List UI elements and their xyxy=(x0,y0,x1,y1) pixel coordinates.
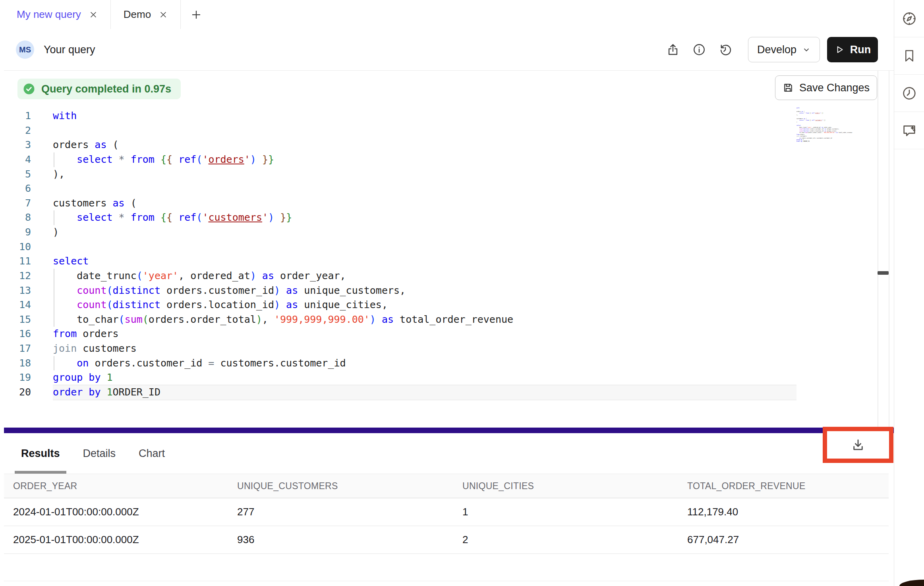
line-number: 19 xyxy=(4,370,31,385)
line-number: 8 xyxy=(4,210,31,225)
minimap[interactable]: withorders as ( select * from {{ ref('or… xyxy=(796,107,853,146)
develop-dropdown[interactable]: Develop xyxy=(748,37,820,62)
share-icon[interactable] xyxy=(666,42,680,57)
code-line[interactable]: 13 count(distinct orders.customer_id) as… xyxy=(4,283,894,298)
tab-my-new-query[interactable]: My new query xyxy=(4,0,111,29)
close-icon[interactable] xyxy=(159,10,168,19)
code-line[interactable]: 17join customers xyxy=(4,341,894,356)
results-panel: Results Details Chart ORDER_YEAR UNIQUE_… xyxy=(4,433,894,586)
play-icon xyxy=(834,44,845,55)
table-row: 2024-01-01T00:00:00.000Z 277 1 112,179.4… xyxy=(4,498,889,526)
code-line[interactable]: 15 to_char(sum(orders.order_total), '999… xyxy=(4,312,894,327)
cell-unique-customers: 277 xyxy=(237,506,462,518)
tab-chart[interactable]: Chart xyxy=(132,433,171,474)
tab-label: Details xyxy=(83,447,116,460)
cell-unique-customers: 936 xyxy=(237,534,462,546)
line-number: 12 xyxy=(4,269,31,283)
code-line[interactable]: 18 on orders.customer_id = customers.cus… xyxy=(4,356,894,371)
code-line[interactable]: 16from orders xyxy=(4,327,894,341)
cell-total-order-revenue: 112,179.40 xyxy=(687,506,889,518)
panel-resize-handle[interactable] xyxy=(4,428,894,433)
bookmark-icon[interactable] xyxy=(894,37,924,75)
line-number: 1 xyxy=(4,109,31,123)
code-text: to_char(sum(orders.order_total), '999,99… xyxy=(53,312,513,327)
code-text: order by 1ORDER_ID xyxy=(53,385,160,400)
new-tab-button[interactable] xyxy=(181,0,212,29)
code-line[interactable]: 9) xyxy=(4,225,894,240)
info-icon[interactable] xyxy=(692,42,706,57)
code-line[interactable]: 20order by 1ORDER_ID xyxy=(4,385,894,400)
ai-chat-icon[interactable] xyxy=(894,112,924,149)
code-text: on orders.customer_id = customers.custom… xyxy=(53,356,346,371)
close-icon[interactable] xyxy=(89,10,98,19)
run-button[interactable]: Run xyxy=(827,37,878,62)
tab-label: Demo xyxy=(124,8,151,21)
line-number: 17 xyxy=(4,341,31,356)
save-icon xyxy=(783,82,794,93)
code-line[interactable]: 19group by 1 xyxy=(4,370,894,385)
line-number: 3 xyxy=(4,138,31,152)
code-line[interactable]: 4 select * from {{ ref('orders') }} xyxy=(4,152,894,167)
results-table-header: ORDER_YEAR UNIQUE_CUSTOMERS UNIQUE_CITIE… xyxy=(4,474,889,498)
plus-icon xyxy=(190,9,202,21)
code-line[interactable]: 1with xyxy=(4,109,894,123)
file-tab-bar: My new query Demo xyxy=(4,0,894,29)
code-text: select * from {{ ref('orders') }} xyxy=(53,152,274,167)
tab-label: Results xyxy=(21,447,60,460)
line-number: 4 xyxy=(4,152,31,167)
avatar: MS xyxy=(16,40,34,59)
line-number: 9 xyxy=(4,225,31,240)
tab-label: Chart xyxy=(139,447,165,460)
tab-results[interactable]: Results xyxy=(15,433,66,474)
minimap-content: withorders as ( select * from {{ ref('or… xyxy=(796,107,853,143)
code-text: orders as ( xyxy=(53,138,119,152)
line-number: 15 xyxy=(4,312,31,327)
compass-icon[interactable] xyxy=(894,0,924,37)
history-icon[interactable] xyxy=(718,42,733,57)
code-line[interactable]: 6 xyxy=(4,181,894,196)
code-text: date_trunc('year', ordered_at) as order_… xyxy=(53,269,346,283)
code-text: count(distinct orders.customer_id) as un… xyxy=(53,283,406,298)
line-number: 11 xyxy=(4,254,31,269)
column-header: ORDER_YEAR xyxy=(13,481,237,492)
scrollbar-thumb[interactable] xyxy=(878,271,889,275)
cell-order-year: 2025-01-01T00:00:00.000Z xyxy=(13,534,237,546)
line-number: 2 xyxy=(4,123,31,138)
code-editor[interactable]: 1with23orders as (4 select * from {{ ref… xyxy=(4,109,894,400)
page-title: Your query xyxy=(44,44,95,56)
code-line[interactable]: 10 xyxy=(4,240,894,254)
download-results-button[interactable] xyxy=(849,436,867,454)
code-text: from orders xyxy=(53,327,119,341)
develop-label: Develop xyxy=(757,44,796,56)
code-line[interactable]: 7customers as ( xyxy=(4,196,894,211)
cell-unique-cities: 2 xyxy=(462,534,687,546)
code-line[interactable]: 2 xyxy=(4,123,894,138)
code-text: select * from {{ ref('customers') }} xyxy=(53,210,292,225)
column-header: UNIQUE_CUSTOMERS xyxy=(237,481,462,492)
code-line[interactable]: 5), xyxy=(4,167,894,182)
tab-details[interactable]: Details xyxy=(77,433,122,474)
line-number: 13 xyxy=(4,283,31,298)
line-number: 14 xyxy=(4,298,31,312)
code-line[interactable]: 12 date_trunc('year', ordered_at) as ord… xyxy=(4,269,894,283)
code-text: ) xyxy=(53,225,59,240)
line-number: 6 xyxy=(4,181,31,196)
tab-demo[interactable]: Demo xyxy=(111,0,181,29)
run-label: Run xyxy=(850,44,871,56)
chevron-down-icon xyxy=(802,45,811,54)
code-text: select xyxy=(53,254,89,269)
clock-icon[interactable] xyxy=(894,75,924,112)
code-line[interactable]: 14 count(distinct orders.location_id) as… xyxy=(4,298,894,312)
table-row: 2025-01-01T00:00:00.000Z 936 2 677,047.2… xyxy=(4,526,889,554)
main-panel: My new query Demo MS Your query xyxy=(4,0,894,586)
code-line[interactable]: 3orders as ( xyxy=(4,138,894,152)
save-label: Save Changes xyxy=(799,82,870,94)
code-line[interactable]: 11select xyxy=(4,254,894,269)
sql-ide-app: My new query Demo MS Your query xyxy=(0,0,924,586)
save-changes-button[interactable]: Save Changes xyxy=(775,75,877,100)
line-number: 10 xyxy=(4,240,31,254)
tab-label: My new query xyxy=(17,8,81,21)
code-line[interactable]: 8 select * from {{ ref('customers') }} xyxy=(4,210,894,225)
code-text: ), xyxy=(53,167,65,182)
status-message: Query completed in 0.97s xyxy=(41,83,171,95)
